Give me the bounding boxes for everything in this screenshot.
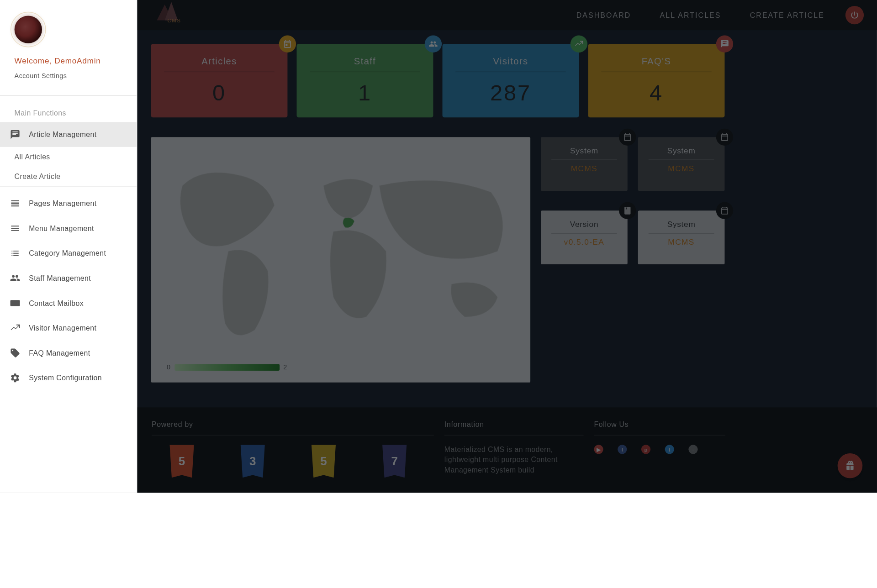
topnav-dashboard[interactable]: DASHBOARD bbox=[576, 11, 631, 19]
contact-icon bbox=[9, 297, 21, 309]
fab-gift[interactable] bbox=[838, 453, 863, 478]
info-card-system-3[interactable]: System MCMS bbox=[638, 210, 725, 264]
info-badge bbox=[716, 129, 733, 146]
gift-icon bbox=[845, 461, 855, 471]
nav-system-configuration[interactable]: System Configuration bbox=[0, 365, 137, 390]
tag-icon bbox=[9, 347, 21, 359]
settings-icon bbox=[9, 372, 21, 384]
stats-row: Articles 0 Staff 1 Visitors 287 bbox=[151, 44, 725, 117]
stat-badge-faqs bbox=[716, 36, 733, 52]
article-submenu: All Articles Create Article bbox=[0, 147, 137, 187]
nav-label: Article Management bbox=[29, 131, 96, 138]
people-icon bbox=[428, 39, 438, 48]
nav-label: Staff Management bbox=[29, 274, 91, 282]
nav-label: Menu Management bbox=[29, 224, 94, 232]
nav-label: Category Management bbox=[29, 249, 106, 257]
top-nav: DASHBOARD ALL ARTICLES CREATE ARTICLE bbox=[576, 11, 824, 19]
account-settings-link[interactable]: Account Settings bbox=[15, 72, 122, 79]
topnav-all-articles[interactable]: ALL ARTICLES bbox=[660, 11, 721, 19]
legend-max: 2 bbox=[283, 363, 287, 371]
stat-title: FAQ'S bbox=[601, 56, 711, 66]
topnav-create-article[interactable]: CREATE ARTICLE bbox=[750, 11, 824, 19]
footer: Powered by 5 3 5 7 Information Materiali… bbox=[137, 407, 877, 493]
tech-html5: 5 bbox=[167, 445, 196, 478]
visitor-map[interactable]: 0 2 bbox=[151, 137, 531, 382]
nav-category-management[interactable]: Category Management bbox=[0, 241, 137, 266]
social-twitter[interactable]: t bbox=[665, 445, 674, 454]
footer-heading-info: Information bbox=[444, 420, 584, 428]
nav-label: Pages Management bbox=[29, 200, 96, 207]
subnav-all-articles[interactable]: All Articles bbox=[0, 147, 137, 167]
power-button[interactable] bbox=[845, 6, 864, 24]
sidebar-section-label: Main Functions bbox=[0, 104, 137, 122]
nav-faq-management[interactable]: FAQ Management bbox=[0, 341, 137, 366]
stat-badge-visitors bbox=[571, 36, 587, 52]
stat-value: 1 bbox=[310, 80, 420, 105]
people-icon bbox=[9, 272, 21, 284]
stat-badge-articles bbox=[279, 36, 296, 52]
info-badge bbox=[716, 202, 733, 219]
info-badge bbox=[619, 202, 636, 219]
nav-label: Visitor Management bbox=[29, 324, 96, 332]
social-other[interactable]: ∙ bbox=[688, 445, 697, 454]
social-pinterest[interactable]: p bbox=[641, 445, 650, 454]
tech-js: 5 bbox=[309, 445, 338, 478]
nav-visitor-management[interactable]: Visitor Management bbox=[0, 315, 137, 341]
info-card-system-1[interactable]: System MCMS bbox=[541, 137, 628, 191]
map-legend: 0 2 bbox=[167, 363, 287, 371]
footer-information: Information Materialized CMS is an moder… bbox=[444, 420, 584, 493]
book-icon bbox=[623, 206, 632, 215]
info-grid: System MCMS System MCMS Version v0.5.0-E… bbox=[541, 137, 724, 264]
footer-info-text: Materialized CMS is an modern, lightweig… bbox=[444, 445, 584, 475]
footer-heading-follow: Follow Us bbox=[594, 420, 725, 428]
legend-gradient bbox=[174, 364, 280, 370]
stat-card-faqs[interactable]: FAQ'S 4 bbox=[588, 44, 725, 117]
info-value: v0.5.0-EA bbox=[547, 237, 621, 247]
power-icon bbox=[850, 10, 859, 20]
trend-icon bbox=[574, 39, 583, 48]
welcome-text: Welcome, DemoAdmin bbox=[15, 57, 122, 66]
stat-value: 4 bbox=[601, 80, 711, 105]
stat-value: 287 bbox=[455, 80, 565, 105]
tech-7: 7 bbox=[380, 445, 409, 478]
stat-title: Visitors bbox=[455, 56, 565, 66]
stat-badge-staff bbox=[425, 36, 442, 52]
subnav-create-article[interactable]: Create Article bbox=[0, 167, 137, 186]
nav-article-management[interactable]: Article Management bbox=[0, 122, 137, 147]
nav-menu-management[interactable]: Menu Management bbox=[0, 216, 137, 241]
social-facebook[interactable]: f bbox=[618, 445, 627, 454]
info-title: System bbox=[645, 146, 718, 155]
stat-title: Articles bbox=[164, 56, 274, 66]
event-icon bbox=[720, 206, 729, 215]
info-title: System bbox=[547, 146, 621, 155]
article-icon bbox=[9, 129, 21, 141]
list-icon bbox=[9, 247, 21, 259]
nav-staff-management[interactable]: Staff Management bbox=[0, 266, 137, 291]
sidebar: Welcome, DemoAdmin Account Settings Main… bbox=[0, 0, 137, 493]
stat-card-staff[interactable]: Staff 1 bbox=[297, 44, 433, 117]
info-card-version[interactable]: Version v0.5.0-EA bbox=[541, 210, 628, 264]
info-value: MCMS bbox=[645, 237, 718, 247]
app-logo[interactable]: CMS bbox=[144, 2, 203, 28]
event-icon bbox=[283, 39, 292, 48]
nav-label: FAQ Management bbox=[29, 349, 90, 357]
social-youtube[interactable]: ▶ bbox=[594, 445, 603, 454]
stat-card-visitors[interactable]: Visitors 287 bbox=[443, 44, 579, 117]
pages-icon bbox=[9, 198, 21, 210]
footer-powered: Powered by 5 3 5 7 bbox=[152, 420, 434, 493]
info-card-system-2[interactable]: System MCMS bbox=[638, 137, 725, 191]
sidebar-logo[interactable] bbox=[15, 16, 42, 43]
nav-label: Contact Mailbox bbox=[29, 299, 84, 307]
menu-icon bbox=[9, 222, 21, 234]
footer-heading-powered: Powered by bbox=[152, 420, 434, 428]
legend-min: 0 bbox=[167, 363, 170, 371]
event-icon bbox=[623, 132, 632, 142]
event-icon bbox=[720, 132, 729, 142]
stat-card-articles[interactable]: Articles 0 bbox=[151, 44, 288, 117]
info-value: MCMS bbox=[547, 164, 621, 173]
info-title: System bbox=[645, 220, 718, 229]
nav-pages-management[interactable]: Pages Management bbox=[0, 191, 137, 216]
tech-row: 5 3 5 7 bbox=[152, 445, 434, 478]
nav-contact-mailbox[interactable]: Contact Mailbox bbox=[0, 291, 137, 316]
info-badge bbox=[619, 129, 636, 146]
